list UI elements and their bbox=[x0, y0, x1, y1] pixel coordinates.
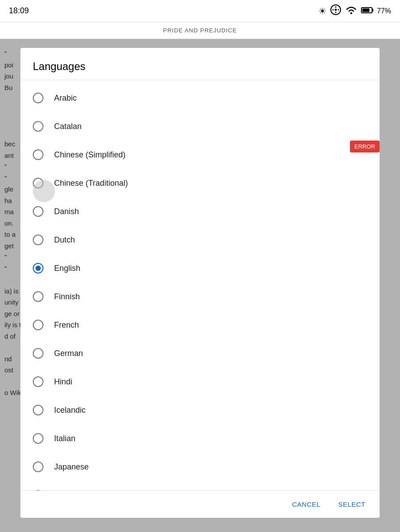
radio-german[interactable] bbox=[33, 348, 43, 359]
language-item-korean[interactable]: Korean bbox=[20, 481, 380, 490]
language-list[interactable]: Arabic Catalan Chinese (Simplified) ERRO… bbox=[20, 80, 380, 490]
language-item-chinese-traditional[interactable]: Chinese (Traditional) bbox=[20, 169, 380, 197]
status-icons: ☀ bbox=[318, 4, 391, 18]
radio-hindi[interactable] bbox=[33, 376, 43, 387]
language-label-dutch: Dutch bbox=[54, 235, 75, 245]
radio-japanese[interactable] bbox=[33, 462, 43, 472]
language-label-english: English bbox=[54, 264, 80, 273]
radio-french[interactable] bbox=[33, 320, 43, 330]
language-item-chinese-simplified[interactable]: Chinese (Simplified) ERROR bbox=[20, 141, 380, 169]
radio-english[interactable] bbox=[33, 263, 43, 274]
cancel-button[interactable]: CANCEL bbox=[285, 496, 328, 512]
language-label-italian: Italian bbox=[54, 434, 75, 443]
language-label-icelandic: Icelandic bbox=[54, 406, 86, 415]
brightness-icon: ☀ bbox=[318, 6, 326, 16]
language-label-german: German bbox=[54, 349, 83, 358]
language-item-dutch[interactable]: Dutch bbox=[20, 226, 380, 254]
language-item-japanese[interactable]: Japanese bbox=[20, 453, 380, 481]
radio-catalan[interactable] bbox=[33, 121, 43, 132]
language-label-chinese-traditional: Chinese (Traditional) bbox=[54, 179, 128, 188]
language-item-english[interactable]: English bbox=[20, 254, 380, 282]
error-badge: ERROR bbox=[350, 141, 380, 153]
language-item-finnish[interactable]: Finnish bbox=[20, 282, 380, 311]
language-item-french[interactable]: French bbox=[20, 311, 380, 339]
language-item-catalan[interactable]: Catalan bbox=[20, 112, 380, 141]
svg-point-6 bbox=[350, 12, 352, 14]
language-label-danish: Danish bbox=[54, 207, 79, 216]
radio-icelandic[interactable] bbox=[33, 405, 43, 415]
radio-arabic[interactable] bbox=[33, 93, 43, 103]
languages-dialog: Languages Arabic Catalan Chinese (Simpli… bbox=[20, 48, 380, 518]
svg-point-3 bbox=[337, 9, 339, 11]
svg-point-2 bbox=[332, 9, 333, 11]
wifi-icon bbox=[345, 5, 357, 17]
svg-point-4 bbox=[335, 7, 336, 8]
battery-icon bbox=[361, 6, 373, 16]
language-label-arabic: Arabic bbox=[54, 94, 77, 103]
radio-italian[interactable] bbox=[33, 433, 43, 444]
battery-percentage: 77% bbox=[377, 7, 391, 15]
settings-icon bbox=[330, 4, 341, 18]
language-label-finnish: Finnish bbox=[54, 292, 80, 301]
dialog-title: Languages bbox=[33, 60, 367, 73]
selection-indicator bbox=[33, 180, 55, 202]
language-label-french: French bbox=[54, 321, 79, 330]
dialog-footer: CANCEL SELECT bbox=[20, 490, 380, 518]
radio-finnish[interactable] bbox=[33, 291, 43, 302]
language-label-catalan: Catalan bbox=[54, 122, 82, 131]
title-bar: PRIDE AND PREJUDICE bbox=[0, 22, 400, 39]
radio-chinese-simplified[interactable] bbox=[33, 149, 43, 160]
language-item-icelandic[interactable]: Icelandic bbox=[20, 396, 380, 424]
book-title: PRIDE AND PREJUDICE bbox=[163, 27, 237, 34]
radio-english-fill bbox=[35, 266, 41, 271]
dialog-overlay: Languages Arabic Catalan Chinese (Simpli… bbox=[0, 39, 400, 532]
language-label-chinese-simplified: Chinese (Simplified) bbox=[54, 150, 125, 160]
svg-point-1 bbox=[334, 9, 337, 11]
language-label-japanese: Japanese bbox=[54, 462, 89, 472]
status-time: 18:09 bbox=[9, 6, 29, 16]
radio-danish[interactable] bbox=[33, 206, 43, 217]
svg-point-5 bbox=[335, 12, 336, 13]
status-bar: 18:09 ☀ bbox=[0, 0, 400, 22]
radio-dutch[interactable] bbox=[33, 235, 43, 245]
svg-rect-8 bbox=[372, 9, 373, 12]
language-item-arabic[interactable]: Arabic bbox=[20, 84, 380, 112]
language-item-danish[interactable]: Danish bbox=[20, 197, 380, 226]
language-label-hindi: Hindi bbox=[54, 377, 72, 387]
select-button[interactable]: SELECT bbox=[331, 496, 373, 512]
language-item-german[interactable]: German bbox=[20, 339, 380, 368]
dialog-header: Languages bbox=[20, 48, 380, 80]
language-item-italian[interactable]: Italian bbox=[20, 424, 380, 453]
language-item-hindi[interactable]: Hindi bbox=[20, 368, 380, 396]
svg-rect-9 bbox=[362, 8, 369, 12]
